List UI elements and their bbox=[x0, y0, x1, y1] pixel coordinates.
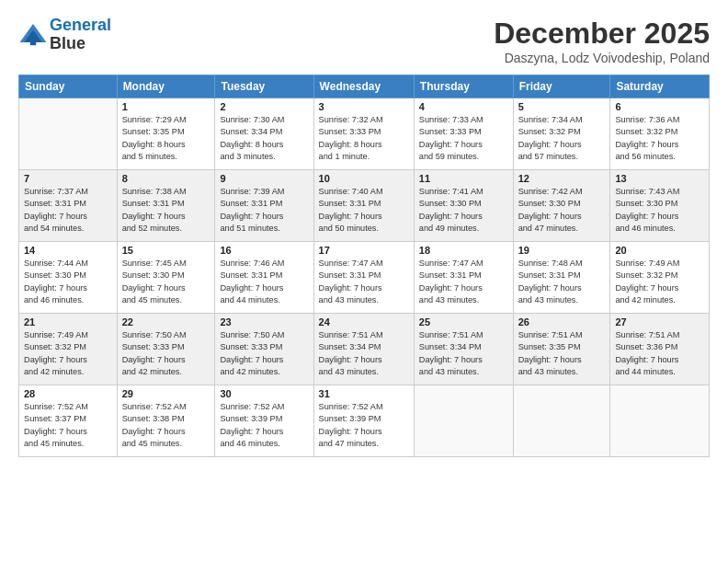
calendar-cell: 8Sunrise: 7:38 AMSunset: 3:31 PMDaylight… bbox=[117, 170, 215, 242]
day-info: Sunrise: 7:42 AMSunset: 3:30 PMDaylight:… bbox=[518, 186, 606, 235]
day-number: 22 bbox=[122, 316, 210, 327]
day-info: Sunrise: 7:46 AMSunset: 3:31 PMDaylight:… bbox=[220, 258, 308, 306]
day-info: Sunrise: 7:52 AMSunset: 3:39 PMDaylight:… bbox=[319, 401, 409, 450]
day-info: Sunrise: 7:52 AMSunset: 3:39 PMDaylight:… bbox=[220, 401, 308, 450]
day-info: Sunrise: 7:49 AMSunset: 3:32 PMDaylight:… bbox=[615, 258, 704, 306]
day-info: Sunrise: 7:50 AMSunset: 3:33 PMDaylight:… bbox=[220, 329, 308, 378]
day-info: Sunrise: 7:52 AMSunset: 3:37 PMDaylight:… bbox=[24, 401, 112, 450]
calendar-cell: 30Sunrise: 7:52 AMSunset: 3:39 PMDayligh… bbox=[215, 385, 313, 457]
day-header-sunday: Sunday bbox=[19, 75, 118, 98]
calendar-cell: 22Sunrise: 7:50 AMSunset: 3:33 PMDayligh… bbox=[117, 314, 215, 385]
day-info: Sunrise: 7:34 AMSunset: 3:32 PMDaylight:… bbox=[518, 114, 606, 163]
logo-text: General Blue bbox=[50, 17, 111, 53]
day-number: 11 bbox=[419, 173, 508, 184]
day-header-thursday: Thursday bbox=[414, 75, 513, 98]
calendar-cell: 12Sunrise: 7:42 AMSunset: 3:30 PMDayligh… bbox=[513, 170, 610, 242]
day-info: Sunrise: 7:52 AMSunset: 3:38 PMDaylight:… bbox=[122, 401, 210, 450]
day-info: Sunrise: 7:38 AMSunset: 3:31 PMDaylight:… bbox=[122, 186, 210, 235]
calendar-cell: 29Sunrise: 7:52 AMSunset: 3:38 PMDayligh… bbox=[117, 385, 215, 457]
day-number: 8 bbox=[122, 173, 210, 184]
calendar-cell: 6Sunrise: 7:36 AMSunset: 3:32 PMDaylight… bbox=[610, 98, 710, 170]
day-info: Sunrise: 7:41 AMSunset: 3:30 PMDaylight:… bbox=[419, 186, 508, 235]
day-number: 19 bbox=[518, 245, 606, 256]
calendar-cell: 1Sunrise: 7:29 AMSunset: 3:35 PMDaylight… bbox=[117, 98, 215, 170]
calendar-cell: 26Sunrise: 7:51 AMSunset: 3:35 PMDayligh… bbox=[513, 314, 610, 385]
day-header-monday: Monday bbox=[117, 75, 215, 98]
day-number: 18 bbox=[419, 245, 508, 256]
week-row-1: 1Sunrise: 7:29 AMSunset: 3:35 PMDaylight… bbox=[19, 98, 710, 170]
calendar-cell: 24Sunrise: 7:51 AMSunset: 3:34 PMDayligh… bbox=[313, 314, 414, 385]
day-number: 23 bbox=[220, 316, 308, 327]
calendar-cell: 10Sunrise: 7:40 AMSunset: 3:31 PMDayligh… bbox=[313, 170, 414, 242]
day-info: Sunrise: 7:36 AMSunset: 3:32 PMDaylight:… bbox=[615, 114, 704, 163]
day-number: 29 bbox=[122, 388, 210, 399]
calendar-cell bbox=[414, 385, 513, 457]
day-info: Sunrise: 7:51 AMSunset: 3:35 PMDaylight:… bbox=[518, 329, 606, 378]
calendar-cell bbox=[513, 385, 610, 457]
day-info: Sunrise: 7:39 AMSunset: 3:31 PMDaylight:… bbox=[220, 186, 308, 235]
svg-rect-2 bbox=[30, 40, 36, 45]
day-number: 26 bbox=[518, 316, 606, 327]
day-info: Sunrise: 7:47 AMSunset: 3:31 PMDaylight:… bbox=[419, 258, 508, 306]
week-row-3: 14Sunrise: 7:44 AMSunset: 3:30 PMDayligh… bbox=[19, 242, 710, 314]
day-info: Sunrise: 7:32 AMSunset: 3:33 PMDaylight:… bbox=[319, 114, 409, 163]
day-info: Sunrise: 7:50 AMSunset: 3:33 PMDaylight:… bbox=[122, 329, 210, 378]
day-info: Sunrise: 7:48 AMSunset: 3:31 PMDaylight:… bbox=[518, 258, 606, 306]
title-block: December 2025 Daszyna, Lodz Voivodeship,… bbox=[494, 17, 710, 65]
day-number: 13 bbox=[615, 173, 704, 184]
day-number: 24 bbox=[319, 316, 409, 327]
day-number: 10 bbox=[319, 173, 409, 184]
day-number: 9 bbox=[220, 173, 308, 184]
calendar-cell: 31Sunrise: 7:52 AMSunset: 3:39 PMDayligh… bbox=[313, 385, 414, 457]
day-header-wednesday: Wednesday bbox=[313, 75, 414, 98]
page: General Blue December 2025 Daszyna, Lodz… bbox=[0, 0, 728, 563]
calendar-cell: 21Sunrise: 7:49 AMSunset: 3:32 PMDayligh… bbox=[19, 314, 118, 385]
calendar-cell: 19Sunrise: 7:48 AMSunset: 3:31 PMDayligh… bbox=[513, 242, 610, 314]
calendar-cell: 15Sunrise: 7:45 AMSunset: 3:30 PMDayligh… bbox=[117, 242, 215, 314]
calendar-cell: 20Sunrise: 7:49 AMSunset: 3:32 PMDayligh… bbox=[610, 242, 710, 314]
week-row-4: 21Sunrise: 7:49 AMSunset: 3:32 PMDayligh… bbox=[19, 314, 710, 385]
day-info: Sunrise: 7:49 AMSunset: 3:32 PMDaylight:… bbox=[24, 329, 112, 378]
day-number: 5 bbox=[518, 101, 606, 112]
calendar-cell: 16Sunrise: 7:46 AMSunset: 3:31 PMDayligh… bbox=[215, 242, 313, 314]
calendar-cell: 13Sunrise: 7:43 AMSunset: 3:30 PMDayligh… bbox=[610, 170, 710, 242]
header: General Blue December 2025 Daszyna, Lodz… bbox=[18, 17, 710, 65]
day-info: Sunrise: 7:47 AMSunset: 3:31 PMDaylight:… bbox=[319, 258, 409, 306]
calendar-cell: 23Sunrise: 7:50 AMSunset: 3:33 PMDayligh… bbox=[215, 314, 313, 385]
day-number: 17 bbox=[319, 245, 409, 256]
calendar-cell: 27Sunrise: 7:51 AMSunset: 3:36 PMDayligh… bbox=[610, 314, 710, 385]
calendar-cell: 7Sunrise: 7:37 AMSunset: 3:31 PMDaylight… bbox=[19, 170, 118, 242]
day-info: Sunrise: 7:51 AMSunset: 3:34 PMDaylight:… bbox=[419, 329, 508, 378]
calendar-cell: 9Sunrise: 7:39 AMSunset: 3:31 PMDaylight… bbox=[215, 170, 313, 242]
day-number: 30 bbox=[220, 388, 308, 399]
day-number: 14 bbox=[24, 245, 112, 256]
day-number: 16 bbox=[220, 245, 308, 256]
day-number: 12 bbox=[518, 173, 606, 184]
day-number: 4 bbox=[419, 101, 508, 112]
day-number: 15 bbox=[122, 245, 210, 256]
day-header-friday: Friday bbox=[513, 75, 610, 98]
day-info: Sunrise: 7:33 AMSunset: 3:33 PMDaylight:… bbox=[419, 114, 508, 163]
logo-icon bbox=[18, 20, 48, 50]
week-row-2: 7Sunrise: 7:37 AMSunset: 3:31 PMDaylight… bbox=[19, 170, 710, 242]
day-number: 3 bbox=[319, 101, 409, 112]
calendar-cell: 17Sunrise: 7:47 AMSunset: 3:31 PMDayligh… bbox=[313, 242, 414, 314]
header-row: SundayMondayTuesdayWednesdayThursdayFrid… bbox=[19, 75, 710, 98]
day-header-tuesday: Tuesday bbox=[215, 75, 313, 98]
day-info: Sunrise: 7:30 AMSunset: 3:34 PMDaylight:… bbox=[220, 114, 308, 163]
day-header-saturday: Saturday bbox=[610, 75, 710, 98]
day-number: 1 bbox=[122, 101, 210, 112]
day-number: 21 bbox=[24, 316, 112, 327]
day-info: Sunrise: 7:29 AMSunset: 3:35 PMDaylight:… bbox=[122, 114, 210, 163]
day-number: 6 bbox=[615, 101, 704, 112]
day-number: 28 bbox=[24, 388, 112, 399]
calendar-cell: 25Sunrise: 7:51 AMSunset: 3:34 PMDayligh… bbox=[414, 314, 513, 385]
day-number: 2 bbox=[220, 101, 308, 112]
day-number: 27 bbox=[615, 316, 704, 327]
calendar-cell: 2Sunrise: 7:30 AMSunset: 3:34 PMDaylight… bbox=[215, 98, 313, 170]
calendar-table: SundayMondayTuesdayWednesdayThursdayFrid… bbox=[18, 75, 710, 457]
calendar-cell bbox=[19, 98, 118, 170]
day-number: 7 bbox=[24, 173, 112, 184]
calendar-cell: 11Sunrise: 7:41 AMSunset: 3:30 PMDayligh… bbox=[414, 170, 513, 242]
calendar-cell: 28Sunrise: 7:52 AMSunset: 3:37 PMDayligh… bbox=[19, 385, 118, 457]
